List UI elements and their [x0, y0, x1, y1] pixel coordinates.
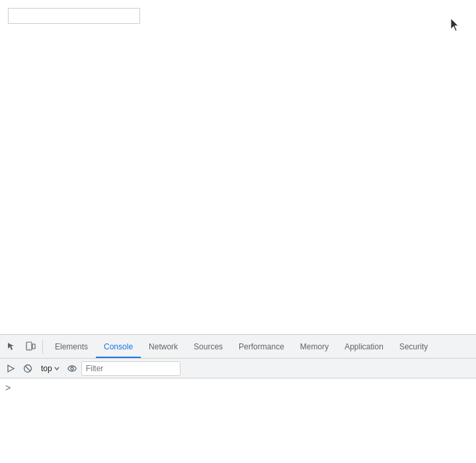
eye-icon [67, 363, 77, 374]
tab-network[interactable]: Network [141, 337, 186, 358]
cursor-icon [7, 341, 17, 352]
console-output: > [0, 378, 476, 463]
svg-rect-0 [26, 342, 32, 350]
tab-application[interactable]: Application [337, 337, 391, 358]
svg-point-2 [28, 349, 29, 349]
svg-point-6 [68, 366, 76, 371]
console-run-button[interactable] [3, 361, 19, 376]
eye-filter-button[interactable] [64, 361, 80, 376]
svg-rect-1 [32, 344, 35, 349]
devtools-panel: Elements Console Network Sources Perform… [0, 334, 476, 463]
context-selector[interactable]: top [37, 361, 63, 376]
svg-marker-3 [8, 365, 14, 372]
console-clear-button[interactable] [20, 361, 36, 376]
console-filter-input[interactable] [81, 361, 180, 376]
console-toolbar: top [0, 359, 476, 378]
tab-console[interactable]: Console [96, 337, 141, 358]
svg-point-7 [71, 367, 73, 370]
tab-sources[interactable]: Sources [186, 337, 231, 358]
prompt-arrow: > [5, 382, 11, 393]
chevron-down-icon [54, 365, 60, 372]
browser-content [0, 0, 476, 334]
device-toolbar-button[interactable] [21, 338, 40, 356]
devtools-top-toolbar: Elements Console Network Sources Perform… [0, 335, 476, 359]
mouse-cursor [451, 18, 461, 32]
url-input[interactable] [8, 8, 140, 24]
tab-performance[interactable]: Performance [231, 337, 292, 358]
tab-elements[interactable]: Elements [47, 337, 96, 358]
url-input-area [8, 8, 140, 24]
devtools-tabs: Elements Console Network Sources Perform… [46, 336, 473, 357]
device-icon [25, 341, 36, 352]
no-icon [22, 363, 33, 374]
tab-memory[interactable]: Memory [292, 337, 337, 358]
play-icon [5, 363, 16, 374]
tab-security[interactable]: Security [391, 337, 436, 358]
console-prompt-line: > [5, 381, 471, 394]
inspect-element-button[interactable] [3, 338, 21, 356]
toolbar-divider [42, 340, 43, 353]
svg-line-5 [25, 366, 30, 371]
